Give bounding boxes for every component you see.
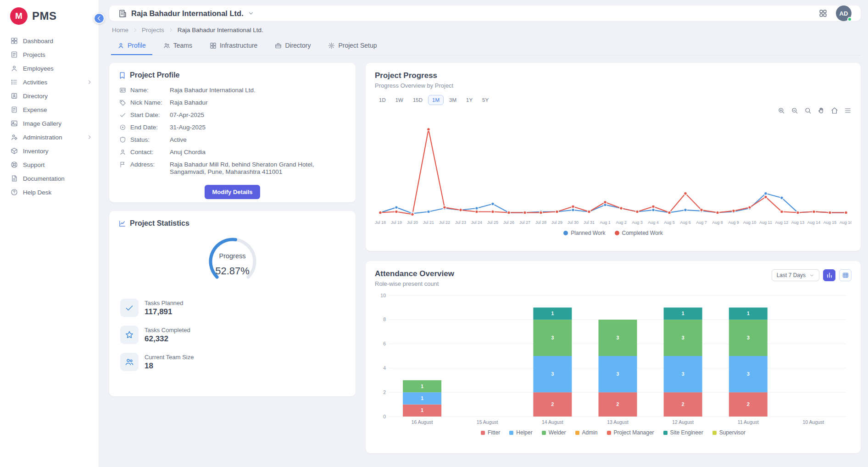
sidebar-item-activities[interactable]: Activities [0,75,99,89]
svg-text:10: 10 [380,293,386,298]
legend-item-project-manager[interactable]: Project Manager [607,429,654,436]
data-point[interactable] [491,202,495,206]
data-point[interactable] [395,210,398,213]
range-button-1m[interactable]: 1M [428,95,444,105]
data-point[interactable] [764,195,768,199]
range-button-15d[interactable]: 15D [409,95,427,105]
data-point[interactable] [716,211,719,214]
sidebar-item-label: Administration [23,134,62,141]
data-point[interactable] [411,213,414,216]
data-point[interactable] [523,211,527,214]
range-button-1d[interactable]: 1D [375,95,390,105]
range-button-3m[interactable]: 3M [445,95,461,105]
data-point[interactable] [427,210,430,213]
data-point[interactable] [748,206,751,209]
legend-item-supervisor[interactable]: Supervisor [712,429,746,436]
attendance-controls: Last 7 Days [772,269,851,281]
modify-details-button[interactable]: Modify Details [205,185,260,199]
breadcrumb-item-home[interactable]: Home [112,27,128,33]
data-point[interactable] [572,205,575,208]
data-point[interactable] [507,211,511,214]
data-point[interactable] [796,211,800,214]
data-point[interactable] [732,209,735,212]
attendance-range-select[interactable]: Last 7 Days [772,269,819,281]
legend-item-site-engineer[interactable]: Site Engineer [663,429,703,436]
sidebar-collapse-button[interactable] [94,13,105,24]
legend-item-fitter[interactable]: Fitter [481,429,500,436]
data-point[interactable] [700,209,703,212]
data-point[interactable] [780,196,784,200]
logo[interactable]: M PMS [0,0,99,34]
svg-text:2: 2 [383,389,386,395]
legend-item-completed-work[interactable]: Completed Work [615,230,663,236]
breadcrumb-item-projects[interactable]: Projects [142,27,164,33]
data-point[interactable] [475,207,479,210]
company-selector[interactable]: Raja Bahadur International Ltd. [118,9,254,18]
data-point[interactable] [395,206,398,209]
employees-icon [11,65,18,72]
legend-item-welder[interactable]: Welder [542,429,566,436]
avatar[interactable]: AD [836,6,851,21]
svg-text:16 August: 16 August [412,419,433,425]
sidebar-item-administration[interactable]: Administration [0,130,99,144]
data-point[interactable] [780,210,784,213]
range-button-1y[interactable]: 1Y [462,95,477,105]
data-point[interactable] [652,209,655,212]
range-button-1w[interactable]: 1W [391,95,407,105]
apps-grid-icon[interactable] [818,9,828,18]
data-point[interactable] [668,211,671,214]
pan-icon[interactable] [818,107,825,115]
svg-text:3: 3 [747,335,750,340]
data-point[interactable] [845,211,848,214]
tab-directory[interactable]: Directory [268,38,317,55]
data-point[interactable] [491,210,495,213]
sidebar-item-projects[interactable]: Projects [0,48,99,61]
tab-profile[interactable]: Profile [111,38,152,55]
sidebar-item-help-desk[interactable]: Help Desk [0,185,99,199]
sidebar-item-inventory[interactable]: Inventory [0,144,99,158]
data-point[interactable] [652,205,655,208]
data-point[interactable] [604,200,607,204]
sidebar-item-image-gallery[interactable]: Image Gallery [0,117,99,130]
data-point[interactable] [379,211,382,214]
data-point[interactable] [636,210,639,213]
chart-menu-icon[interactable] [844,107,851,115]
sidebar-item-documentation[interactable]: Documentation [0,172,99,185]
legend-item-admin[interactable]: Admin [575,429,598,436]
table-view-toggle[interactable] [839,269,851,281]
legend-item-helper[interactable]: Helper [509,429,532,436]
tab-project-setup[interactable]: Project Setup [322,38,383,55]
reset-zoom-home-icon[interactable] [831,107,838,115]
svg-text:Aug 15: Aug 15 [823,220,837,225]
sidebar-item-expense[interactable]: Expense [0,103,99,117]
data-point[interactable] [829,211,832,214]
legend-item-planned-work[interactable]: Planned Work [563,230,605,236]
data-point[interactable] [572,209,575,212]
data-point[interactable] [684,209,687,212]
data-point[interactable] [588,210,591,213]
sidebar-item-dashboard[interactable]: Dashboard [0,34,99,48]
zoom-out-icon[interactable] [791,107,798,115]
selection-zoom-icon[interactable] [804,107,812,115]
data-point[interactable] [459,209,462,212]
data-point[interactable] [556,210,559,213]
data-point[interactable] [540,211,543,214]
sidebar-item-label: Documentation [23,175,65,182]
gauge-label: Progress [200,252,265,260]
data-point[interactable] [427,128,430,131]
sidebar-item-directory[interactable]: Directory [0,89,99,103]
data-point[interactable] [764,192,768,195]
tab-teams[interactable]: Teams [157,38,199,55]
bar-view-toggle[interactable] [823,269,835,281]
data-point[interactable] [443,206,446,209]
sidebar-item-support[interactable]: Support [0,158,99,172]
zoom-in-icon[interactable] [778,107,785,115]
sidebar-item-employees[interactable]: Employees [0,61,99,75]
data-point[interactable] [812,210,816,213]
data-point[interactable] [684,192,687,195]
data-point[interactable] [620,207,623,210]
range-button-5y[interactable]: 5Y [478,95,493,105]
tab-infrastructure[interactable]: Infrastructure [203,38,264,55]
legend-marker [607,431,611,435]
data-point[interactable] [475,210,479,213]
